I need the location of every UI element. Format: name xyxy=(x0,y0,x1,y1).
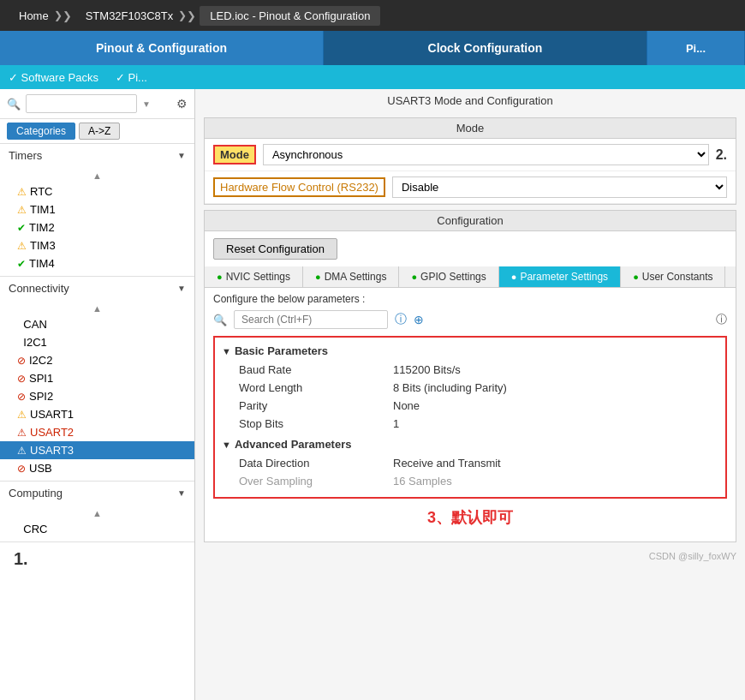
warn-icon: ⚠ xyxy=(17,186,27,198)
breadcrumb-file[interactable]: LED.ioc - Pinout & Configuration xyxy=(200,6,380,26)
none-icon xyxy=(17,319,20,331)
computing-label: Computing xyxy=(9,487,63,500)
sidebar-item-usart2[interactable]: ⚠ USART2 xyxy=(0,423,194,441)
none-icon xyxy=(17,524,20,535)
sidebar-item-usart1[interactable]: ⚠ USART1 xyxy=(0,405,194,423)
dma-check-icon: ● xyxy=(315,272,321,282)
usart1-label: USART1 xyxy=(30,408,74,421)
mode-config-box: Mode Mode Asynchronous 2. Hardware Flow … xyxy=(204,117,736,205)
tab-dma-settings[interactable]: ● DMA Settings xyxy=(303,266,399,287)
sidebar-item-can[interactable]: CAN xyxy=(0,315,194,333)
params-search-row: 🔍 ⓘ ⊕ ⓘ xyxy=(213,310,727,329)
sidebar-item-tim4[interactable]: ✔ TIM4 xyxy=(0,254,194,272)
param-word-value: 8 Bits (including Parity) xyxy=(393,381,507,394)
breadcrumb-mcu[interactable]: STM32F103C8Tx xyxy=(75,6,184,26)
param-direction-name: Data Direction xyxy=(239,457,393,470)
hw-flow-select[interactable]: Disable xyxy=(392,176,727,198)
tab-pinout-config[interactable]: Pinout & Configuration xyxy=(0,31,324,65)
usart2-label: USART2 xyxy=(30,426,74,439)
annotation-1: 1. xyxy=(0,542,194,576)
params-area: Configure the below parameters : 🔍 ⓘ ⊕ ⓘ… xyxy=(205,288,736,541)
param-row-over-sampling: Over Sampling 16 Samples xyxy=(222,472,718,490)
param-sampling-name: Over Sampling xyxy=(239,475,393,488)
tim3-label: TIM3 xyxy=(30,239,56,252)
tab-gpio-settings[interactable]: ● GPIO Settings xyxy=(399,266,498,287)
sidebar-item-spi1[interactable]: ⊘ SPI1 xyxy=(0,369,194,387)
tab-nvic-settings[interactable]: ● NVIC Settings xyxy=(205,266,303,287)
timers-header[interactable]: Timers ▼ xyxy=(0,144,194,167)
mode-select[interactable]: Asynchronous xyxy=(263,144,709,165)
check-icon: ✔ xyxy=(17,258,26,270)
sidebar-item-rtc[interactable]: ⚠ RTC xyxy=(0,182,194,200)
dropdown-arrow-icon[interactable]: ▼ xyxy=(142,99,151,109)
hw-flow-label: Hardware Flow Control (RS232) xyxy=(213,177,385,197)
usb-label: USB xyxy=(29,462,52,475)
content-wrapper: USART3 Mode and Configuration Mode Mode … xyxy=(195,89,745,565)
connectivity-header[interactable]: Connectivity ▼ xyxy=(0,277,194,300)
sidebar-item-crc[interactable]: CRC xyxy=(0,520,194,538)
sidebar-item-usb[interactable]: ⊘ USB xyxy=(0,459,194,477)
param-sampling-value: 16 Samples xyxy=(393,475,452,488)
config-tabs: ● NVIC Settings ● DMA Settings ● GPIO Se… xyxy=(205,266,736,288)
tab-clock-config[interactable]: Clock Configuration xyxy=(324,31,647,65)
search-icon: 🔍 xyxy=(7,98,21,111)
timers-label: Timers xyxy=(9,149,42,162)
no-icon: ⊘ xyxy=(17,463,26,475)
sidebar-section-connectivity: Connectivity ▼ ▲ CAN I2C1 ⊘ I2C2 xyxy=(0,277,194,482)
param-row-baud: Baud Rate 115200 Bits/s xyxy=(222,361,718,379)
basic-collapse-icon[interactable]: ▼ xyxy=(222,346,231,356)
param-filter-icon2[interactable]: ⊕ xyxy=(414,313,424,326)
breadcrumb-home[interactable]: Home xyxy=(9,6,59,26)
search-input[interactable] xyxy=(26,94,137,113)
search-params-icon: 🔍 xyxy=(213,314,227,326)
mode-section-header: Mode xyxy=(205,118,736,139)
spi2-label: SPI2 xyxy=(29,390,53,403)
user-check-icon: ● xyxy=(633,272,639,282)
annotation-2: 2. xyxy=(716,147,727,163)
filter-tab-categories[interactable]: Categories xyxy=(7,123,75,140)
param-filter-icon1[interactable]: ⓘ xyxy=(395,312,407,327)
no-icon: ⊘ xyxy=(17,355,26,367)
tab-user-constants[interactable]: ● User Constants xyxy=(621,266,725,287)
param-stop-value: 1 xyxy=(393,417,399,430)
filter-tab-az[interactable]: A->Z xyxy=(79,123,120,140)
params-box: ▼ Basic Parameters Baud Rate 115200 Bits… xyxy=(213,336,727,499)
reset-config-button[interactable]: Reset Configuration xyxy=(213,238,337,260)
sidebar-item-usart3[interactable]: ⚠ USART3 xyxy=(0,441,194,459)
mode-label: Mode xyxy=(213,145,256,165)
params-title: Configure the below parameters : xyxy=(213,293,727,305)
computing-scroll-up[interactable]: ▲ xyxy=(0,506,194,520)
sidebar-item-tim3[interactable]: ⚠ TIM3 xyxy=(0,236,194,254)
timers-items: ▲ ⚠ RTC ⚠ TIM1 ✔ TIM2 ⚠ TIM3 xyxy=(0,167,194,276)
can-label: CAN xyxy=(23,318,46,331)
connectivity-scroll-up[interactable]: ▲ xyxy=(0,302,194,315)
sub-tab-software-packs[interactable]: ✓ Software Packs xyxy=(9,71,98,84)
timers-scroll-up[interactable]: ▲ xyxy=(0,169,194,182)
computing-collapse-icon: ▼ xyxy=(177,488,186,498)
warn-icon: ⚠ xyxy=(17,445,27,457)
annotation-3: 3、默认即可 xyxy=(213,499,727,536)
tab-pinout-extra[interactable]: Pi... xyxy=(647,31,745,65)
params-search-input[interactable] xyxy=(234,310,388,329)
sidebar-section-computing: Computing ▼ ▲ CRC xyxy=(0,482,194,542)
sub-tab-pinout[interactable]: ✓ Pi... xyxy=(116,71,147,84)
sidebar-item-tim2[interactable]: ✔ TIM2 xyxy=(0,218,194,236)
param-baud-name: Baud Rate xyxy=(239,363,393,376)
tim4-label: TIM4 xyxy=(29,257,55,270)
param-row-data-direction: Data Direction Receive and Transmit xyxy=(222,454,718,472)
sidebar: 🔍 ▼ ⚙ Categories A->Z Timers ▼ ▲ ⚠ RTC ⚠ xyxy=(0,89,195,700)
sidebar-item-i2c1[interactable]: I2C1 xyxy=(0,333,194,351)
advanced-collapse-icon[interactable]: ▼ xyxy=(222,440,231,450)
sidebar-item-i2c2[interactable]: ⊘ I2C2 xyxy=(0,351,194,369)
hw-flow-row: Hardware Flow Control (RS232) Disable xyxy=(205,171,736,204)
info-icon[interactable]: ⓘ xyxy=(716,312,727,327)
sidebar-search-row: 🔍 ▼ ⚙ xyxy=(0,89,194,119)
param-check-icon: ● xyxy=(511,272,517,282)
tab-parameter-settings[interactable]: ● Parameter Settings xyxy=(499,266,621,287)
nvic-check-icon: ● xyxy=(217,272,223,282)
gear-icon[interactable]: ⚙ xyxy=(176,97,188,111)
connectivity-label: Connectivity xyxy=(9,282,69,295)
sidebar-item-tim1[interactable]: ⚠ TIM1 xyxy=(0,200,194,218)
sidebar-item-spi2[interactable]: ⊘ SPI2 xyxy=(0,387,194,405)
computing-header[interactable]: Computing ▼ xyxy=(0,482,194,505)
